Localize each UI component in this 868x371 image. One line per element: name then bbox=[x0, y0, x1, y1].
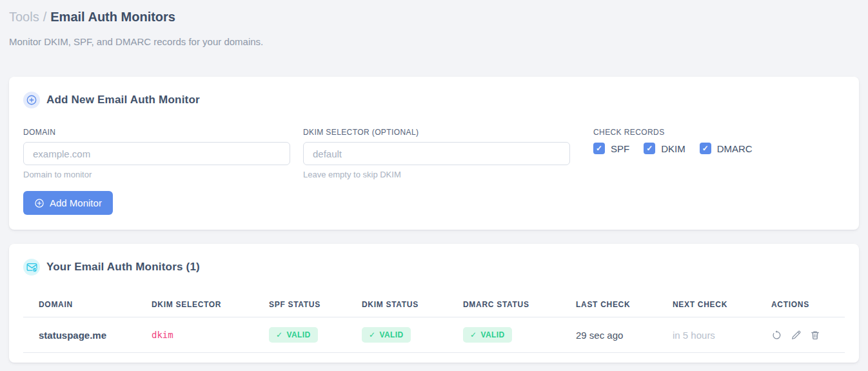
checkbox-dmarc-label: DMARC bbox=[717, 143, 753, 154]
monitors-card-title: Your Email Auth Monitors (1) bbox=[46, 261, 200, 274]
add-monitor-button-label: Add Monitor bbox=[50, 197, 102, 208]
checkbox-spf-label: SPF bbox=[611, 143, 629, 154]
check-records-label: CHECK RECORDS bbox=[593, 128, 767, 137]
dkim-selector-input[interactable] bbox=[303, 142, 570, 165]
dmarc-status-badge: ✓VALID bbox=[463, 327, 512, 343]
col-actions: ACTIONS bbox=[756, 295, 845, 317]
check-icon: ✓ bbox=[646, 145, 653, 152]
add-card-title: Add New Email Auth Monitor bbox=[46, 94, 200, 106]
check-icon: ✓ bbox=[470, 330, 477, 339]
dmarc-status-cell: ✓VALID bbox=[448, 317, 560, 353]
circle-plus-icon bbox=[23, 92, 40, 108]
table-row: statuspage.me dkim ✓VALID ✓VALID ✓VALID … bbox=[23, 317, 845, 353]
checkbox-checked-icon: ✓ bbox=[700, 143, 711, 154]
breadcrumb: Tools/Email Auth Monitors bbox=[9, 0, 859, 26]
checkbox-dkim-label: DKIM bbox=[661, 143, 686, 154]
circle-plus-icon bbox=[34, 198, 44, 208]
monitors-card-header: Your Email Auth Monitors (1) bbox=[23, 259, 845, 276]
check-icon: ✓ bbox=[596, 145, 602, 152]
dkim-status-text: VALID bbox=[379, 330, 403, 339]
check-icon: ✓ bbox=[369, 330, 375, 339]
dmarc-status-text: VALID bbox=[480, 330, 504, 339]
col-spf-status: SPF STATUS bbox=[253, 295, 346, 317]
dkim-selector-helper: Leave empty to skip DKIM bbox=[303, 170, 570, 179]
checkbox-checked-icon: ✓ bbox=[644, 143, 655, 154]
dkim-status-cell: ✓VALID bbox=[346, 317, 448, 353]
add-monitor-card: Add New Email Auth Monitor DOMAIN Domain… bbox=[9, 77, 859, 230]
add-monitor-button[interactable]: Add Monitor bbox=[23, 191, 113, 215]
monitor-domain: statuspage.me bbox=[23, 317, 136, 353]
monitors-table: DOMAIN DKIM SELECTOR SPF STATUS DKIM STA… bbox=[23, 295, 845, 353]
spf-status-cell: ✓VALID bbox=[253, 317, 346, 353]
domain-field-group: DOMAIN Domain to monitor bbox=[23, 128, 290, 179]
actions-cell bbox=[756, 317, 845, 353]
domain-label: DOMAIN bbox=[23, 128, 290, 137]
spf-status-text: VALID bbox=[286, 330, 310, 339]
check-icon: ✓ bbox=[702, 145, 709, 152]
spf-status-badge: ✓VALID bbox=[269, 327, 318, 343]
monitors-card: Your Email Auth Monitors (1) DOMAIN DKIM… bbox=[9, 244, 859, 363]
domain-input[interactable] bbox=[23, 142, 290, 165]
trash-icon[interactable] bbox=[810, 330, 820, 341]
col-domain: DOMAIN bbox=[23, 295, 136, 317]
page: Tools/Email Auth Monitors Monitor DKIM, … bbox=[0, 0, 868, 363]
envelope-check-icon bbox=[23, 259, 40, 276]
col-dkim-status: DKIM STATUS bbox=[346, 295, 448, 317]
refresh-icon[interactable] bbox=[771, 330, 782, 341]
dkim-status-badge: ✓VALID bbox=[362, 327, 411, 343]
col-last-check: LAST CHECK bbox=[560, 295, 657, 317]
monitor-next-check: in 5 hours bbox=[657, 317, 756, 353]
checkbox-checked-icon: ✓ bbox=[593, 143, 605, 154]
col-dkim-selector: DKIM SELECTOR bbox=[136, 295, 253, 317]
page-title: Email Auth Monitors bbox=[50, 10, 175, 24]
dkim-selector-label: DKIM SELECTOR (OPTIONAL) bbox=[303, 128, 570, 137]
col-next-check: NEXT CHECK bbox=[657, 295, 756, 317]
check-records-options: ✓ SPF ✓ DKIM ✓ DMARC bbox=[593, 143, 767, 154]
domain-helper: Domain to monitor bbox=[23, 170, 290, 179]
check-records-group: CHECK RECORDS ✓ SPF ✓ DKIM ✓ DMARC bbox=[593, 128, 767, 154]
monitor-last-check: 29 sec ago bbox=[560, 317, 657, 353]
add-monitor-form: DOMAIN Domain to monitor DKIM SELECTOR (… bbox=[23, 128, 845, 179]
dkim-selector-field-group: DKIM SELECTOR (OPTIONAL) Leave empty to … bbox=[303, 128, 570, 179]
checkbox-spf[interactable]: ✓ SPF bbox=[593, 143, 629, 154]
add-card-header: Add New Email Auth Monitor bbox=[23, 92, 845, 108]
monitor-dkim-selector: dkim bbox=[136, 317, 253, 353]
breadcrumb-section[interactable]: Tools bbox=[9, 10, 39, 24]
table-header-row: DOMAIN DKIM SELECTOR SPF STATUS DKIM STA… bbox=[23, 295, 845, 317]
checkbox-dkim[interactable]: ✓ DKIM bbox=[644, 143, 686, 154]
checkbox-dmarc[interactable]: ✓ DMARC bbox=[700, 143, 753, 154]
breadcrumb-separator: / bbox=[43, 10, 47, 24]
check-icon: ✓ bbox=[276, 330, 282, 339]
page-subtitle: Monitor DKIM, SPF, and DMARC records for… bbox=[9, 36, 859, 47]
pencil-icon[interactable] bbox=[791, 330, 802, 341]
col-dmarc-status: DMARC STATUS bbox=[448, 295, 560, 317]
